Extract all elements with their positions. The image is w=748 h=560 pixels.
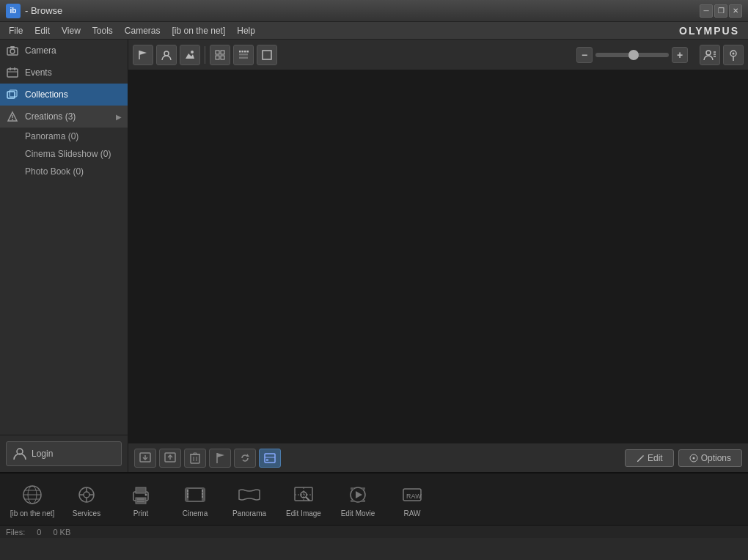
menu-ib-net[interactable]: [ib on the net] <box>166 24 232 37</box>
svg-rect-3 <box>7 69 18 77</box>
svg-rect-21 <box>221 56 224 59</box>
flag-button[interactable] <box>133 45 153 65</box>
svg-rect-39 <box>191 454 199 463</box>
ql-cinema-icon <box>182 482 208 508</box>
creations-label: Creations (3) <box>25 111 76 122</box>
ql-edit-movie-label: Edit Movie <box>341 509 375 517</box>
files-size: 0 KB <box>53 528 70 537</box>
zoom-minus-button[interactable]: − <box>576 47 593 63</box>
menu-file[interactable]: File <box>3 24 29 37</box>
delete-button[interactable] <box>184 449 206 468</box>
view-active-icon <box>264 452 276 464</box>
close-button[interactable]: ✕ <box>729 4 742 18</box>
export-button[interactable] <box>159 449 181 468</box>
menu-bar: File Edit View Tools Cameras [ib on the … <box>0 22 748 40</box>
sidebar-sub-panorama[interactable]: Panorama (0) <box>0 128 128 145</box>
menu-tools[interactable]: Tools <box>87 24 119 37</box>
ql-panorama[interactable]: Panorama <box>223 474 276 525</box>
view-active-button[interactable] <box>259 449 281 468</box>
svg-marker-45 <box>246 454 249 457</box>
flag-icon <box>138 50 148 60</box>
menu-help[interactable]: Help <box>231 24 261 37</box>
single-view-button[interactable] <box>257 45 277 65</box>
edit-label: Edit <box>648 453 663 463</box>
options-button[interactable]: Options <box>678 449 742 467</box>
ql-services[interactable]: Services <box>60 474 113 525</box>
zoom-thumb[interactable] <box>628 50 639 60</box>
landscape-button[interactable] <box>180 45 200 65</box>
files-count: 0 <box>37 528 41 537</box>
ql-raw-label: RAW <box>404 509 421 517</box>
title-left: ib - Browse <box>6 4 62 18</box>
zoom-plus-button[interactable]: + <box>672 47 688 63</box>
ql-cinema[interactable]: Cinema <box>169 474 221 525</box>
sidebar: Camera Events Collections <box>0 40 128 472</box>
ql-ib-net[interactable]: [ib on the net] <box>6 474 59 525</box>
camera-label: Camera <box>25 45 56 56</box>
svg-rect-84 <box>362 487 365 490</box>
sidebar-item-collections[interactable]: Collections <box>0 84 128 106</box>
grid-view-button[interactable] <box>210 45 230 65</box>
svg-rect-18 <box>216 51 219 54</box>
svg-rect-83 <box>351 487 354 490</box>
svg-rect-25 <box>247 51 249 53</box>
import-button[interactable] <box>134 449 156 468</box>
sort-people-button[interactable] <box>700 45 720 65</box>
svg-point-17 <box>191 51 194 54</box>
window-controls: ─ ❐ ✕ <box>700 4 742 18</box>
svg-point-56 <box>84 492 89 498</box>
svg-rect-48 <box>266 459 268 461</box>
login-button[interactable]: Login <box>6 441 122 466</box>
ql-edit-image[interactable]: Edit Image <box>277 474 330 525</box>
menu-cameras[interactable]: Cameras <box>119 24 166 37</box>
ql-edit-image-icon <box>290 482 317 508</box>
minimize-button[interactable]: ─ <box>700 4 713 18</box>
landscape-icon <box>185 50 195 60</box>
menu-view[interactable]: View <box>56 24 87 37</box>
sidebar-item-camera[interactable]: Camera <box>0 40 128 62</box>
ql-print-icon <box>128 482 154 508</box>
events-label: Events <box>25 67 52 78</box>
title-bar: ib - Browse ─ ❐ ✕ <box>0 0 748 22</box>
svg-rect-23 <box>242 51 244 53</box>
bottom-right-buttons: Edit Options <box>625 449 742 467</box>
svg-point-66 <box>145 493 147 495</box>
sidebar-sub-photobook[interactable]: Photo Book (0) <box>0 163 128 180</box>
window-title: - Browse <box>25 5 62 16</box>
collections-icon <box>6 88 19 101</box>
ql-raw[interactable]: RAW RAW <box>386 474 439 525</box>
tile-view-button[interactable] <box>233 45 254 65</box>
quick-launch-bar: [ib on the net] Services <box>0 474 748 525</box>
svg-rect-85 <box>351 500 354 502</box>
svg-rect-28 <box>263 51 271 59</box>
content-area <box>128 70 748 443</box>
person-icon <box>161 50 172 60</box>
sort-people-icon <box>703 48 717 62</box>
svg-marker-82 <box>356 491 362 498</box>
app-bottom: [ib on the net] Services <box>0 472 748 538</box>
tile-view-icon <box>238 50 249 60</box>
zoom-slider[interactable] <box>595 53 669 57</box>
ql-ib-net-icon <box>19 482 45 508</box>
flag-bottom-button[interactable] <box>209 449 231 468</box>
toolbar-sep-1 <box>205 46 205 64</box>
menu-edit[interactable]: Edit <box>29 24 56 37</box>
ql-edit-movie[interactable]: Edit Movie <box>331 474 384 525</box>
svg-rect-46 <box>265 454 275 463</box>
svg-text:RAW: RAW <box>406 493 422 500</box>
map-button[interactable] <box>723 45 744 65</box>
rotate-icon <box>239 452 251 464</box>
person-button[interactable] <box>156 45 177 65</box>
svg-marker-14 <box>139 51 147 55</box>
sidebar-item-events[interactable]: Events <box>0 62 128 84</box>
svg-point-15 <box>164 51 169 56</box>
sidebar-item-creations[interactable]: Creations (3) ▶ <box>0 106 128 128</box>
svg-rect-73 <box>202 490 203 492</box>
map-icon <box>726 48 741 62</box>
ql-print[interactable]: Print <box>114 474 167 525</box>
maximize-button[interactable]: ❐ <box>714 4 727 18</box>
ql-ib-net-label: [ib on the net] <box>10 509 55 517</box>
rotate-button[interactable] <box>234 449 256 468</box>
edit-button[interactable]: Edit <box>625 449 674 467</box>
sidebar-sub-cinema[interactable]: Cinema Slideshow (0) <box>0 145 128 163</box>
